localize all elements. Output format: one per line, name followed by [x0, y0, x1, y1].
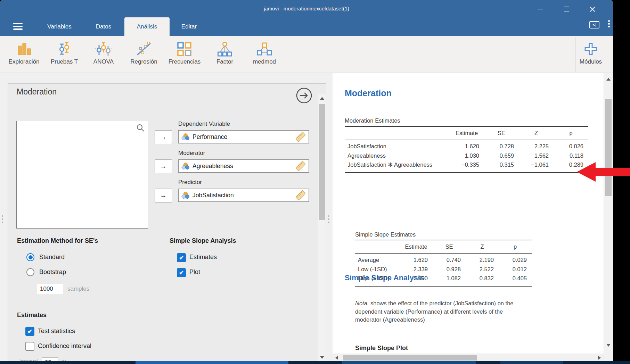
ribbon-item-pruebas-t[interactable]: Pruebas T: [42, 38, 87, 65]
assign-moderator-button[interactable]: →: [155, 159, 172, 173]
table-row: Low (-1SD) 2.339 0.928 2.522 0.012: [355, 264, 532, 275]
bootstrap-radio[interactable]: [26, 268, 34, 276]
ribbon-item-exploracion[interactable]: Exploración: [1, 38, 47, 65]
simple-slope-estimates-table: Estimate SE Z p Average 1.620 0.740 2.19…: [355, 240, 532, 287]
medmod-icon: [256, 38, 272, 58]
tab-row: [0, 17, 613, 36]
ribbon-item-medmod[interactable]: medmod: [242, 38, 287, 65]
standard-radio-label[interactable]: Standard: [39, 254, 65, 261]
taskbar-segment[interactable]: [500, 361, 563, 364]
estimates-checkbox-label[interactable]: Estimates: [189, 254, 217, 261]
results-panel: Moderation Moderation Estimates Estimate…: [333, 73, 604, 361]
scroll-down-icon[interactable]: [320, 356, 324, 359]
test-statistics-checkbox[interactable]: [25, 327, 34, 336]
close-button[interactable]: [587, 5, 598, 13]
dependent-variable-field[interactable]: Performance: [178, 130, 309, 143]
right-arrow-icon: →: [160, 133, 167, 141]
ribbon-item-regresion[interactable]: Regresión: [121, 38, 166, 65]
dependent-variable-value: Performance: [193, 133, 295, 141]
interval-input[interactable]: 95: [42, 357, 58, 361]
results-hscrollbar-thumb[interactable]: [343, 355, 477, 361]
nominal-variable-icon: [181, 133, 190, 141]
estimation-method-heading: Estimation Method for SE's: [17, 237, 98, 245]
ribbon-item-anova[interactable]: ANOVA: [81, 38, 126, 65]
collapse-results-icon[interactable]: <: [589, 21, 599, 28]
table-header-row: Estimate SE Z p: [345, 126, 588, 140]
scroll-right-icon[interactable]: [598, 356, 601, 360]
options-scrollbar[interactable]: [318, 94, 326, 361]
plot-checkbox[interactable]: [177, 268, 186, 277]
confidence-interval-label[interactable]: Confidence interval: [38, 342, 91, 350]
percent-label: %: [62, 359, 67, 361]
tab-variables[interactable]: Variables: [47, 17, 72, 36]
available-variables-list[interactable]: [16, 121, 148, 229]
moderator-field[interactable]: Agreeableness: [178, 159, 309, 173]
taskbar-segment[interactable]: [136, 361, 288, 364]
predictor-value: JobSatisfaction: [193, 192, 295, 199]
confidence-interval-checkbox[interactable]: [25, 342, 34, 351]
simple-slope-plot-heading: Simple Slope Plot: [355, 345, 408, 352]
ribbon-item-frecuencias[interactable]: Frecuencias: [162, 38, 207, 65]
assign-dependent-button[interactable]: →: [155, 130, 172, 144]
tab-analisis[interactable]: Análisis: [124, 17, 170, 36]
estimates-checkbox[interactable]: [177, 253, 186, 262]
taskbar-segment[interactable]: [342, 361, 476, 364]
jamovi-window: jamovi - moderationinexceldataset(1) Var…: [0, 0, 613, 361]
search-icon[interactable]: [136, 123, 145, 134]
table-row: JobSatisfaction 1.620 0.728 2.225 0.026: [345, 140, 588, 150]
screenshot-canvas: jamovi - moderationinexceldataset(1) Var…: [0, 0, 630, 364]
test-statistics-label[interactable]: Test statistics: [38, 328, 75, 335]
scroll-down-icon[interactable]: [606, 344, 611, 347]
plot-checkbox-label[interactable]: Plot: [189, 268, 200, 276]
nominal-variable-icon: [181, 162, 190, 170]
results-hscrollbar[interactable]: [333, 354, 604, 361]
right-arrow-icon: →: [160, 163, 167, 170]
hamburger-menu-icon[interactable]: [13, 23, 23, 30]
continuous-ruler-icon: [295, 161, 306, 171]
factor-icon: [217, 38, 233, 58]
bootstrap-radio-label[interactable]: Bootstrap: [39, 268, 66, 276]
tab-editar[interactable]: Editar: [181, 17, 197, 36]
continuous-ruler-icon: [295, 132, 306, 142]
standard-radio[interactable]: [26, 253, 34, 261]
t-test-icon: [56, 38, 72, 58]
bar-chart-icon: [16, 38, 32, 58]
note-prefix: Nota.: [355, 300, 369, 306]
note-body: shows the effect of the predictor (JobSa…: [355, 300, 514, 323]
samples-input[interactable]: 1000: [37, 284, 63, 294]
minimize-button[interactable]: [534, 5, 546, 13]
maximize-button[interactable]: [561, 5, 572, 13]
ribbon-item-factor[interactable]: Factor: [202, 38, 247, 65]
samples-label: samples: [67, 286, 89, 292]
estimates-heading: Estimates: [17, 312, 47, 319]
panel-splitter[interactable]: [328, 215, 329, 223]
tab-datos[interactable]: Datos: [96, 17, 111, 36]
scroll-up-icon[interactable]: [606, 78, 611, 81]
predictor-field[interactable]: JobSatisfaction: [178, 189, 309, 202]
simple-slope-heading: Simple Slope Analysis: [170, 237, 236, 245]
left-edge-splitter[interactable]: [2, 215, 3, 223]
anova-icon: [95, 38, 112, 58]
nominal-variable-icon: [181, 191, 190, 199]
moderation-estimates-table: Estimate SE Z p JobSatisfaction 1.620 0.…: [345, 126, 588, 173]
assign-predictor-button[interactable]: →: [155, 189, 172, 202]
scroll-up-icon[interactable]: [320, 97, 324, 100]
annotation-arrow-icon: [577, 162, 596, 182]
titlebar: jamovi - moderationinexceldataset(1): [0, 0, 613, 17]
results-vscrollbar[interactable]: [604, 73, 613, 361]
ribbon-item-modulos[interactable]: Módulos: [568, 38, 613, 65]
continuous-ruler-icon: [295, 190, 306, 200]
options-scrollbar-thumb[interactable]: [319, 104, 325, 220]
annotation-arrow-shaft: [595, 168, 630, 176]
panel-title: Moderation: [17, 87, 57, 97]
moderator-value: Agreeableness: [193, 163, 295, 170]
table-note: Nota. shows the effect of the predictor …: [355, 299, 524, 324]
table-header-row: Estimate SE Z p: [355, 240, 532, 253]
results-vscrollbar-thumb[interactable]: [605, 99, 612, 196]
table-row: Average 1.620 0.740 2.190 0.029: [355, 253, 532, 264]
scroll-left-icon[interactable]: [335, 356, 338, 360]
minimize-icon: [538, 9, 543, 9]
overflow-menu-icon[interactable]: [608, 20, 610, 27]
collapse-panel-arrow-button[interactable]: [296, 87, 312, 104]
results-title: Moderation: [345, 88, 392, 98]
